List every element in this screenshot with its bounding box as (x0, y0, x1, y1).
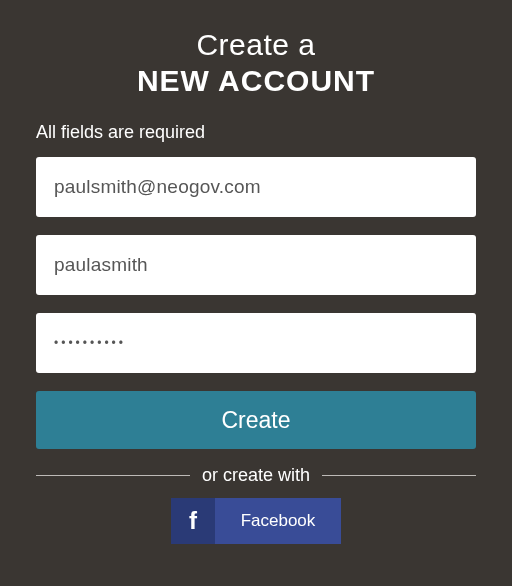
heading-line2: NEW ACCOUNT (36, 64, 476, 98)
divider-text: or create with (202, 465, 310, 486)
divider-line-left (36, 475, 190, 476)
heading-line1: Create a (36, 28, 476, 62)
facebook-button[interactable]: f Facebook (171, 498, 341, 544)
divider-line-right (322, 475, 476, 476)
username-field[interactable] (36, 235, 476, 295)
create-button[interactable]: Create (36, 391, 476, 449)
page-heading: Create a NEW ACCOUNT (36, 28, 476, 98)
facebook-label: Facebook (215, 498, 341, 544)
facebook-icon: f (171, 498, 215, 544)
required-fields-note: All fields are required (36, 122, 476, 143)
email-field[interactable] (36, 157, 476, 217)
password-field[interactable] (36, 313, 476, 373)
divider: or create with (36, 465, 476, 486)
